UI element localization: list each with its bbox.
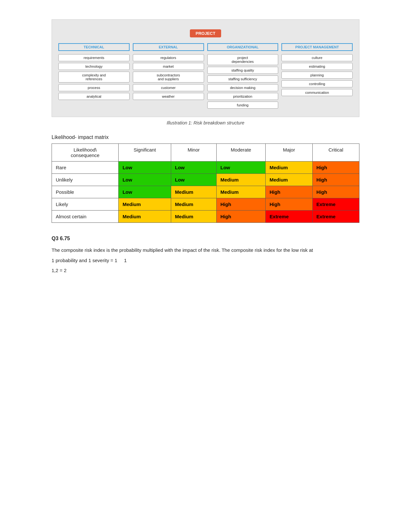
diagram-item: staffing quality bbox=[207, 67, 279, 74]
diagram-item: process bbox=[58, 84, 130, 91]
q3-line-3: 1,2 = 2 bbox=[52, 266, 359, 275]
row-label: Rare bbox=[52, 162, 119, 174]
diagram-item: analytical bbox=[58, 93, 130, 100]
project-node: PROJECT bbox=[190, 29, 221, 37]
q3-line-2: 1 probability and 1 severity = 1 1 bbox=[52, 256, 359, 265]
col-header-minor: Minor bbox=[171, 144, 216, 162]
risk-cell: High bbox=[216, 198, 266, 211]
likelihood-impact-table: Likelihood\consequence Significant Minor… bbox=[52, 143, 359, 223]
risk-cell: High bbox=[312, 186, 359, 198]
risk-cell: High bbox=[266, 186, 312, 198]
risk-cell: Medium bbox=[119, 198, 171, 211]
diagram-item: market bbox=[133, 63, 204, 70]
diagram-item: estimating bbox=[281, 63, 353, 70]
risk-cell: Medium bbox=[266, 162, 312, 174]
matrix-title: Likelihood- impact matrix bbox=[52, 134, 359, 140]
risk-cell: High bbox=[266, 198, 312, 211]
external-header: EXTERNAL bbox=[133, 43, 204, 51]
risk-cell: Low bbox=[171, 162, 216, 174]
diagram-item: planning bbox=[281, 72, 353, 79]
diagram-columns: TECHNICAL requirements technology comple… bbox=[58, 43, 353, 110]
q3-heading: Q3 6.75 bbox=[52, 236, 359, 241]
row-label: Possible bbox=[52, 186, 119, 198]
col-header-major: Major bbox=[266, 144, 312, 162]
risk-cell: Medium bbox=[216, 174, 266, 186]
table-row: Rare Low Low Low Medium High bbox=[52, 162, 359, 174]
col-header-significant: Significant bbox=[119, 144, 171, 162]
table-row: Almost certain Medium Medium High Extrem… bbox=[52, 211, 359, 223]
diagram-item: communication bbox=[281, 89, 353, 96]
risk-cell: High bbox=[312, 174, 359, 186]
diagram-item: culture bbox=[281, 54, 353, 61]
technical-column: TECHNICAL requirements technology comple… bbox=[58, 43, 130, 110]
organizational-column: ORGANIZATIONAL projectdependencies staff… bbox=[207, 43, 279, 110]
risk-cell: Low bbox=[171, 174, 216, 186]
col-header-likelihood: Likelihood\consequence bbox=[52, 144, 119, 162]
risk-breakdown-diagram: PROJECT TECHNICAL requirements technolog… bbox=[52, 19, 359, 117]
pm-column: PROJECT MANAGEMENT culture estimating pl… bbox=[281, 43, 353, 110]
risk-cell: Medium bbox=[171, 198, 216, 211]
risk-cell: Extreme bbox=[266, 211, 312, 223]
diagram-item: controlling bbox=[281, 80, 353, 87]
external-column: EXTERNAL regulators market subcontractor… bbox=[133, 43, 204, 110]
q3-line-1: The composite risk index is the probabil… bbox=[52, 246, 359, 254]
risk-cell: Medium bbox=[266, 174, 312, 186]
row-label: Almost certain bbox=[52, 211, 119, 223]
risk-cell: Extreme bbox=[312, 198, 359, 211]
diagram-item: projectdependencies bbox=[207, 54, 279, 65]
diagram-item: technology bbox=[58, 63, 130, 70]
diagram-item: complexity andreferences bbox=[58, 72, 130, 83]
diagram-item: customer bbox=[133, 84, 204, 91]
diagram-caption: Illustration 1: Risk breakdown structure bbox=[52, 120, 359, 125]
risk-cell: Medium bbox=[171, 211, 216, 223]
technical-header: TECHNICAL bbox=[58, 43, 130, 51]
risk-cell: Low bbox=[119, 162, 171, 174]
risk-cell: High bbox=[312, 162, 359, 174]
q3-section: Q3 6.75 The composite risk index is the … bbox=[52, 236, 359, 275]
risk-cell: Medium bbox=[171, 186, 216, 198]
risk-cell: Low bbox=[216, 162, 266, 174]
diagram-item: subcontractorsand suppliers bbox=[133, 72, 204, 83]
risk-cell: High bbox=[216, 211, 266, 223]
diagram-item: decision making bbox=[207, 84, 279, 91]
row-label: Unlikely bbox=[52, 174, 119, 186]
row-label: Likely bbox=[52, 198, 119, 211]
risk-cell: Medium bbox=[216, 186, 266, 198]
col-header-critical: Critical bbox=[312, 144, 359, 162]
col-header-moderate: Moderate bbox=[216, 144, 266, 162]
diagram-item: regulators bbox=[133, 54, 204, 61]
q3-body: The composite risk index is the probabil… bbox=[52, 246, 359, 275]
table-row: Likely Medium Medium High High Extreme bbox=[52, 198, 359, 211]
risk-cell: Medium bbox=[119, 211, 171, 223]
diagram-item: prioritization bbox=[207, 93, 279, 100]
table-row: Possible Low Medium Medium High High bbox=[52, 186, 359, 198]
diagram-item: staffing sufficiency bbox=[207, 75, 279, 83]
risk-cell: Low bbox=[119, 186, 171, 198]
diagram-item: weather bbox=[133, 93, 204, 100]
table-row: Unlikely Low Low Medium Medium High bbox=[52, 174, 359, 186]
organizational-header: ORGANIZATIONAL bbox=[207, 43, 279, 51]
diagram-item: requirements bbox=[58, 54, 130, 61]
risk-cell: Extreme bbox=[312, 211, 359, 223]
pm-header: PROJECT MANAGEMENT bbox=[281, 43, 353, 51]
risk-cell: Low bbox=[119, 174, 171, 186]
diagram-item: funding bbox=[207, 102, 279, 109]
